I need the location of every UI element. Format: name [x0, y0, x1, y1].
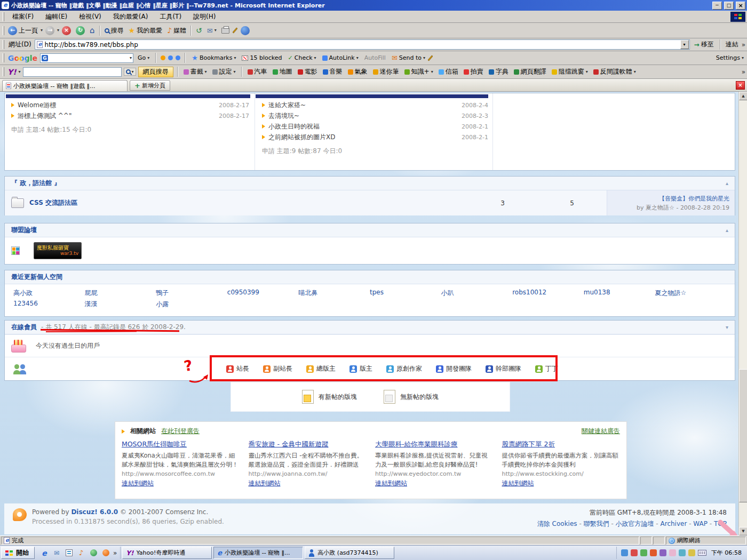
toolbar-grip[interactable] — [3, 12, 4, 21]
forum-link[interactable]: CSS 交流語法區 — [29, 198, 468, 207]
google-popup-blocker-button[interactable]: 15 blocked — [240, 54, 283, 62]
user-link[interactable]: 鴨子 — [156, 289, 227, 298]
history-button[interactable] — [194, 25, 204, 36]
tray-messenger-icon[interactable] — [640, 549, 647, 556]
input-method-icon[interactable] — [698, 550, 706, 556]
edit-button[interactable] — [232, 26, 238, 35]
user-link[interactable]: 123456 — [13, 300, 85, 309]
user-link[interactable]: 小趴 — [441, 289, 513, 298]
yahoo-item-movies[interactable]: 電影 — [296, 67, 319, 77]
google-info-icon[interactable] — [176, 55, 180, 60]
quicklaunch-messenger-icon[interactable] — [90, 549, 97, 556]
user-link[interactable]: 漢漢 — [85, 300, 156, 309]
ad-visit-link[interactable]: 連結到網站 — [502, 479, 534, 488]
task-forum-window[interactable]: 小政娛樂論壇 -- 寵物 ‖... — [213, 547, 303, 559]
scroll-up-button[interactable] — [739, 92, 747, 100]
ad-visit-link[interactable]: 連結到網站 — [249, 479, 281, 488]
tray-network-icon[interactable] — [679, 549, 686, 556]
yahoo-item-bookmarks[interactable]: 書籤 — [182, 67, 209, 77]
google-bookmarks-button[interactable]: Bookmarks — [190, 53, 237, 62]
google-autofill-button[interactable]: AutoFill — [363, 54, 387, 62]
thread-title[interactable]: 送給大家搭~ — [268, 101, 306, 110]
links-label[interactable]: 連結 — [725, 40, 740, 49]
toolbar-close-button[interactable] — [736, 81, 745, 90]
archiver-link[interactable]: Archiver — [656, 520, 687, 527]
official-forum-link[interactable]: 小政官方論壇 — [611, 520, 654, 527]
ad-visit-link[interactable]: 連結到網站 — [375, 479, 407, 488]
thread-row[interactable]: 去清境玩~ 2008-2-3 — [262, 110, 488, 121]
links-chevron-icon[interactable] — [742, 41, 745, 49]
quicklaunch-mail-icon[interactable] — [52, 548, 61, 558]
yahoo-item-knowledge[interactable]: 知識+ — [403, 67, 435, 77]
post-ad-link[interactable]: 在此刊登廣告 — [161, 427, 200, 436]
go-button[interactable]: 移至 — [692, 39, 716, 50]
yahoo-search-engine-button[interactable] — [124, 68, 136, 76]
tab-forum[interactable]: 小政娛樂論壇 -- 寵物 ‖遊戲 ‖... — [2, 80, 128, 91]
user-link[interactable]: c0950399 — [227, 289, 299, 298]
menu-help[interactable]: 說明(H) — [188, 11, 220, 23]
thread-row[interactable]: Welome游標 2008-2-17 — [11, 100, 249, 110]
discuz-version-link[interactable]: Discuz! 6.0.0 — [71, 508, 118, 516]
yahoo-item-settings[interactable]: 設定 — [211, 67, 237, 77]
menu-view[interactable]: 檢視(V) — [74, 11, 106, 23]
tray-antivirus-icon[interactable] — [631, 549, 638, 556]
close-button[interactable] — [736, 2, 745, 10]
url-dropdown-button[interactable] — [680, 40, 689, 49]
tray-flower-icon[interactable] — [669, 549, 676, 556]
yahoo-item-mail[interactable]: 信箱 — [437, 67, 460, 77]
yahoo-item-music[interactable]: 音樂 — [321, 67, 344, 77]
home-button[interactable] — [88, 25, 97, 36]
mail-button[interactable] — [205, 26, 219, 36]
contact-us-link[interactable]: 聯繫我們 — [579, 520, 609, 527]
menu-edit[interactable]: 編輯(E) — [41, 11, 72, 23]
back-history-caret-icon[interactable] — [41, 28, 43, 33]
ad-title-link[interactable]: 大學眼科-給你專業眼科診療 — [375, 440, 494, 449]
tray-volume-icon[interactable] — [621, 549, 628, 556]
tray-display-icon[interactable] — [688, 549, 695, 556]
collapse-chevron-icon[interactable] — [726, 324, 728, 330]
user-link[interactable]: 屁屁 — [85, 289, 156, 298]
user-link[interactable]: tpes — [370, 289, 441, 298]
yahoo-item-dictionary[interactable]: 字典 — [487, 67, 510, 77]
ad-visit-link[interactable]: 連結到網站 — [122, 479, 154, 488]
yahoo-item-popup-blocker[interactable]: 阻擋跳窗 — [550, 67, 590, 77]
yahoo-search-input[interactable] — [23, 67, 122, 77]
taskbar-clock[interactable]: 下午 06:58 — [709, 549, 742, 557]
wap-link[interactable]: WAP — [689, 520, 708, 527]
title-bar[interactable]: 小政娛樂論壇 -- 寵物 ‖遊戲 ‖文學 ‖動漫 ‖血腥 ‖心情 ‖星座 ‖影片… — [0, 0, 747, 11]
yahoo-item-weather[interactable]: 氣象 — [346, 67, 369, 77]
user-link[interactable]: 小露 — [156, 300, 227, 309]
toolbar-grip[interactable] — [3, 53, 4, 62]
yahoo-item-auction[interactable]: 拍賣 — [462, 67, 485, 77]
google-go-button[interactable]: Go — [136, 54, 151, 62]
alliance-banner[interactable]: 魔獸私服砸寶 war3.tv — [34, 242, 82, 259]
ad-title-link[interactable]: 股票網路下單 2折 — [502, 440, 621, 449]
media-button[interactable]: 媒體 — [165, 25, 188, 36]
google-search-caret-icon[interactable] — [130, 56, 132, 60]
quicklaunch-browser-icon[interactable] — [102, 549, 109, 556]
forward-button[interactable] — [43, 25, 57, 36]
quicklaunch-media-player-icon[interactable] — [76, 548, 86, 558]
yahoo-item-cars[interactable]: 汽車 — [246, 67, 269, 77]
task-yahoo-messenger[interactable]: Yahoo!奇摩即時通 — [122, 547, 212, 559]
ad-title-link[interactable]: MOSOR馬仕得咖啡豆 — [122, 440, 240, 449]
collapse-chevron-icon[interactable] — [726, 227, 728, 233]
yahoo-item-minipen[interactable]: 迷你筆 — [371, 67, 401, 77]
google-search-input[interactable] — [40, 53, 133, 63]
clear-cookies-link[interactable]: 清除 Cookies — [537, 520, 577, 527]
thread-title[interactable]: Welome游標 — [18, 101, 56, 110]
quicklaunch-ie-icon[interactable] — [39, 548, 49, 558]
tray-update-icon[interactable] — [650, 549, 657, 556]
google-settings-button[interactable]: Settings — [714, 54, 745, 62]
google-highlighter-icon[interactable] — [428, 55, 433, 61]
thread-title[interactable]: 之前網站被抓的圖片XD — [268, 133, 335, 142]
restore-button[interactable] — [724, 2, 734, 10]
user-link[interactable]: 喵北鼻 — [298, 289, 370, 298]
scrollbar-thumb[interactable] — [739, 369, 747, 502]
yahoo-logo-caret-icon[interactable] — [19, 70, 21, 74]
thread-title[interactable]: 去清境玩~ — [268, 111, 299, 121]
thread-title[interactable]: 小政生日時的祝福 — [268, 122, 320, 131]
keyword-ads-link[interactable]: 關鍵連結廣告 — [582, 427, 620, 436]
vertical-scrollbar[interactable] — [738, 92, 747, 535]
user-link[interactable]: robs10012 — [512, 289, 584, 298]
